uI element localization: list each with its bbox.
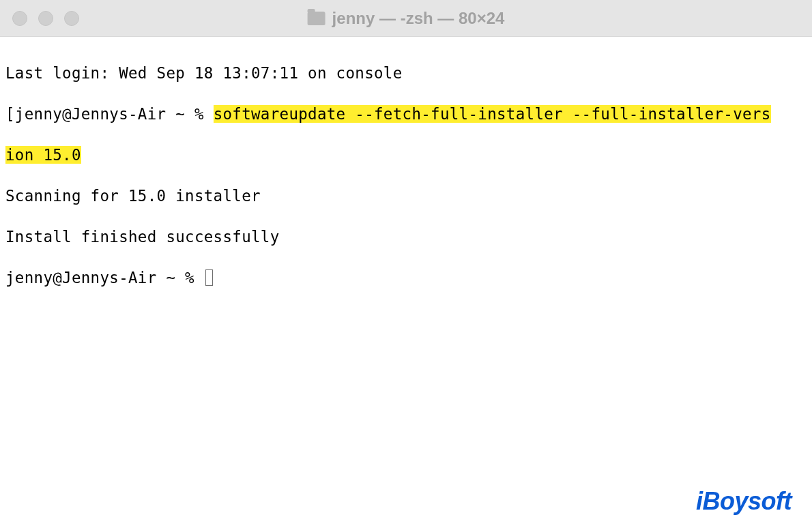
terminal-line-prompt: jenny@Jennys-Air ~ % [5,267,807,288]
terminal-prompt: [jenny@Jennys-Air ~ % [5,105,214,123]
close-button[interactable] [12,11,27,26]
minimize-button[interactable] [38,11,53,26]
terminal-prompt-2: jenny@Jennys-Air ~ % [5,269,204,287]
terminal-line-command-wrap: ion 15.0 [5,145,807,165]
terminal-highlighted-command-part2: ion 15.0 [5,146,81,164]
zoom-button[interactable] [64,11,79,26]
window-title: jenny — -zsh — 80×24 [332,9,505,28]
folder-icon [308,12,325,25]
terminal-line-command: [jenny@Jennys-Air ~ % softwareupdate --f… [5,104,807,124]
watermark-logo: iBoysoft [696,487,792,516]
terminal-line-last-login: Last login: Wed Sep 18 13:07:11 on conso… [5,63,807,83]
terminal-line-finished: Install finished successfully [5,226,807,247]
window-titlebar: jenny — -zsh — 80×24 [0,0,812,37]
window-title-container: jenny — -zsh — 80×24 [308,9,505,28]
terminal-highlighted-command-part1: softwareupdate --fetch-full-installer --… [214,105,771,123]
terminal-cursor [205,269,213,286]
terminal-content[interactable]: Last login: Wed Sep 18 13:07:11 on conso… [0,37,812,314]
traffic-lights [12,11,79,26]
terminal-line-scanning: Scanning for 15.0 installer [5,186,807,206]
